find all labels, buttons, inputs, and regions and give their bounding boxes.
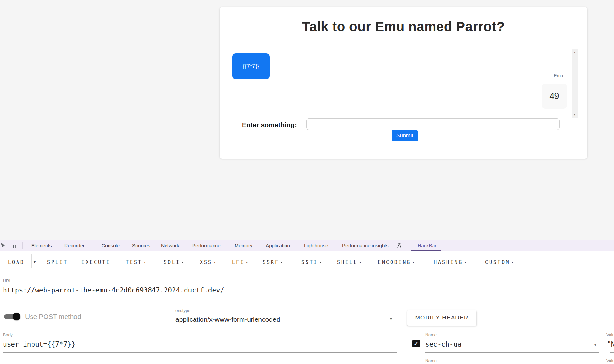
chevron-down-icon: ▾ bbox=[144, 260, 146, 264]
header-enabled-checkbox[interactable]: ✓ bbox=[412, 340, 420, 347]
menu-lfi[interactable]: LFI▾ bbox=[232, 259, 248, 265]
chevron-down-icon: ▾ bbox=[319, 260, 321, 264]
chevron-down-icon: ▾ bbox=[359, 260, 361, 264]
header-name-label: Name bbox=[425, 333, 437, 337]
load-dropdown-icon[interactable]: ▾ bbox=[34, 260, 36, 264]
check-icon: ✓ bbox=[414, 341, 418, 347]
header-name-select[interactable]: sec-ch-ua bbox=[425, 340, 462, 348]
active-tab-indicator bbox=[411, 250, 441, 251]
scroll-up-icon[interactable]: ▲ bbox=[572, 51, 578, 54]
submit-button[interactable]: Submit bbox=[392, 130, 418, 141]
tab-elements[interactable]: Elements bbox=[31, 240, 52, 251]
chevron-down-icon: ▾ bbox=[280, 260, 283, 264]
menu-xss[interactable]: XSS▾ bbox=[200, 259, 216, 265]
tab-memory[interactable]: Memory bbox=[235, 240, 252, 251]
tab-lighthouse[interactable]: Lighthouse bbox=[304, 240, 328, 251]
post-method-label: Use POST method bbox=[25, 313, 81, 320]
header-value-field[interactable]: "N bbox=[607, 340, 614, 348]
devtools-tabbar: Elements Recorder Console Sources Networ… bbox=[0, 240, 614, 251]
enctype-select[interactable]: application/x-www-form-urlencoded bbox=[175, 316, 280, 323]
page-title: Talk to our Emu named Parrot? bbox=[220, 19, 587, 34]
tab-sources[interactable]: Sources bbox=[132, 240, 150, 251]
bot-chat-bubble: 49 bbox=[542, 84, 567, 109]
menu-split[interactable]: SPLIT bbox=[47, 259, 68, 265]
load-separator bbox=[31, 254, 32, 268]
header-value-label: Value bbox=[606, 333, 614, 337]
menu-sqli[interactable]: SQLI▾ bbox=[164, 259, 184, 265]
scroll-down-icon[interactable]: ▼ bbox=[572, 113, 578, 116]
header-name-underline bbox=[425, 352, 599, 353]
menu-shell[interactable]: SHELL▾ bbox=[337, 259, 361, 265]
chevron-down-icon: ▾ bbox=[412, 260, 414, 264]
url-underline bbox=[3, 299, 611, 299]
enctype-label: enctype bbox=[175, 308, 190, 313]
tab-performance[interactable]: Performance bbox=[192, 240, 221, 251]
tab-console[interactable]: Console bbox=[102, 240, 120, 251]
chevron-down-icon: ▾ bbox=[181, 260, 184, 264]
chat-scrollbar[interactable]: ▲ ▼ bbox=[572, 49, 578, 118]
flask-icon bbox=[396, 243, 402, 249]
tabbar-separator bbox=[22, 242, 23, 249]
header-name-select-arrow-icon[interactable]: ▼ bbox=[593, 342, 597, 347]
chat-card: Talk to our Emu named Parrot? {{7*7}} Em… bbox=[220, 7, 587, 159]
screen: { "page": { "card": { "title": "Talk to … bbox=[0, 0, 614, 364]
user-input-field[interactable] bbox=[306, 118, 560, 130]
menu-hashing[interactable]: HASHING▾ bbox=[434, 259, 466, 265]
menu-custom[interactable]: CUSTOM▾ bbox=[485, 259, 513, 265]
body-underline bbox=[3, 352, 397, 353]
url-field[interactable]: https://web-parrot-the-emu-4c2d0c693847.… bbox=[3, 286, 224, 294]
menu-test[interactable]: TEST▾ bbox=[126, 259, 146, 265]
chevron-down-icon: ▾ bbox=[511, 260, 513, 264]
body-label: Body bbox=[3, 333, 13, 337]
url-label: URL bbox=[3, 278, 11, 283]
menu-load[interactable]: LOAD bbox=[8, 259, 25, 265]
menu-ssti[interactable]: SSTI▾ bbox=[301, 259, 321, 265]
chevron-down-icon: ▾ bbox=[246, 260, 248, 264]
tab-performance-insights[interactable]: Performance insights bbox=[342, 240, 389, 251]
header-value-underline bbox=[610, 352, 614, 353]
chevron-down-icon: ▾ bbox=[214, 260, 216, 264]
enctype-underline bbox=[173, 324, 396, 324]
menu-encoding[interactable]: ENCODING▾ bbox=[378, 259, 414, 265]
inspect-element-icon[interactable] bbox=[0, 242, 7, 249]
tab-application[interactable]: Application bbox=[266, 240, 290, 251]
body-field[interactable]: user_input={{7*7}} bbox=[3, 340, 75, 348]
enctype-select-arrow-icon[interactable]: ▼ bbox=[389, 317, 393, 321]
menu-execute[interactable]: EXECUTE bbox=[81, 259, 110, 265]
header2-name-label: Name bbox=[425, 358, 437, 363]
device-toolbar-icon[interactable] bbox=[10, 242, 17, 249]
menu-ssrf[interactable]: SSRF▾ bbox=[263, 259, 283, 265]
user-chat-bubble: {{7*7}} bbox=[232, 53, 270, 79]
devtools-panel: Elements Recorder Console Sources Networ… bbox=[0, 240, 614, 364]
header2-value-label: Value bbox=[606, 358, 614, 363]
modify-header-button[interactable]: MODIFY HEADER bbox=[407, 310, 476, 326]
enter-something-label: Enter something: bbox=[242, 121, 297, 129]
tab-network[interactable]: Network bbox=[161, 240, 179, 251]
tab-recorder[interactable]: Recorder bbox=[64, 240, 85, 251]
post-method-toggle-thumb[interactable] bbox=[13, 313, 20, 320]
chevron-down-icon: ▾ bbox=[464, 260, 466, 264]
tab-hackbar[interactable]: HackBar bbox=[418, 240, 436, 251]
bot-name-label: Emu bbox=[554, 73, 563, 78]
